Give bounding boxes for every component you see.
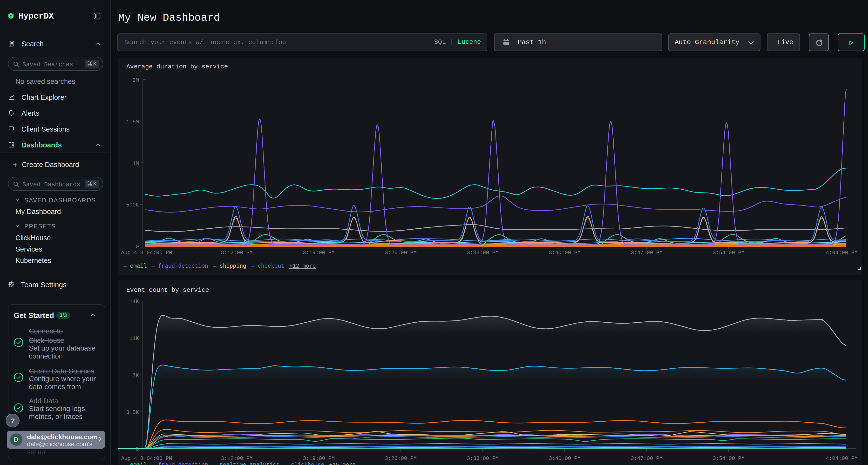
svg-text:3:40:00 PM: 3:40:00 PM xyxy=(549,250,581,256)
svg-text:3.5K: 3.5K xyxy=(126,409,139,416)
svg-text:14K: 14K xyxy=(129,299,139,305)
svg-text:11K: 11K xyxy=(129,336,139,342)
svg-text:3:19:00 PM: 3:19:00 PM xyxy=(303,250,335,256)
svg-text:3:54:00 PM: 3:54:00 PM xyxy=(713,250,745,256)
svg-text:3:33:00 PM: 3:33:00 PM xyxy=(467,250,499,256)
svg-text:Aug 4 3:04:00 PM: Aug 4 3:04:00 PM xyxy=(121,456,172,462)
svg-text:3:54:00 PM: 3:54:00 PM xyxy=(713,456,745,462)
svg-text:0: 0 xyxy=(136,446,139,453)
svg-text:3:12:00 PM: 3:12:00 PM xyxy=(221,250,253,256)
svg-text:3:26:00 PM: 3:26:00 PM xyxy=(385,456,416,462)
svg-text:1M: 1M xyxy=(133,161,139,167)
svg-text:2M: 2M xyxy=(133,77,139,84)
svg-text:4:04:00 PM: 4:04:00 PM xyxy=(826,456,858,462)
svg-text:3:40:00 PM: 3:40:00 PM xyxy=(549,456,581,462)
svg-text:Aug 4 3:04:00 PM: Aug 4 3:04:00 PM xyxy=(121,250,172,256)
svg-text:3:33:00 PM: 3:33:00 PM xyxy=(467,456,499,462)
svg-text:1.5M: 1.5M xyxy=(126,119,139,125)
svg-text:7K: 7K xyxy=(133,373,139,379)
svg-text:3:12:00 PM: 3:12:00 PM xyxy=(221,456,253,462)
svg-text:500K: 500K xyxy=(126,202,139,208)
svg-text:0: 0 xyxy=(136,244,139,250)
svg-text:3:47:00 PM: 3:47:00 PM xyxy=(631,456,662,462)
svg-text:3:26:00 PM: 3:26:00 PM xyxy=(385,250,416,256)
svg-text:3:47:00 PM: 3:47:00 PM xyxy=(631,250,662,256)
svg-text:3:19:00 PM: 3:19:00 PM xyxy=(303,456,335,462)
svg-text:4:04:00 PM: 4:04:00 PM xyxy=(826,250,858,256)
